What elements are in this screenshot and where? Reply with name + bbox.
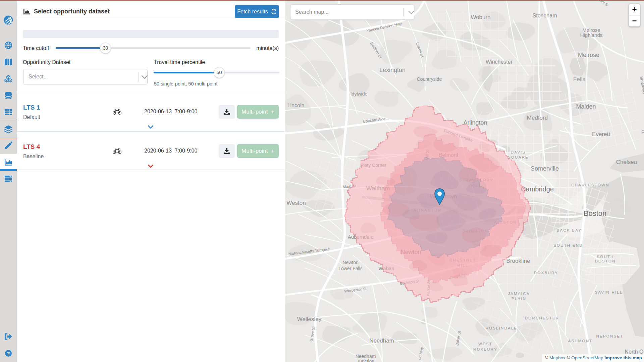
svg-text:Highlands: Highlands: [580, 32, 603, 38]
svg-text:DORCHESTER: DORCHESTER: [525, 316, 559, 320]
svg-text:DAVIS: DAVIS: [511, 150, 526, 154]
svg-text:Brookline: Brookline: [506, 258, 530, 264]
svg-text:Malden: Malden: [576, 103, 596, 110]
svg-text:Idylwide: Idylwide: [351, 91, 368, 97]
svg-text:Newton: Newton: [342, 260, 358, 265]
svg-text:BOSTON: BOSTON: [595, 259, 616, 263]
svg-text:Lexington: Lexington: [379, 67, 406, 73]
svg-text:PLAIN: PLAIN: [512, 297, 526, 301]
svg-text:Junction: Junction: [357, 359, 374, 362]
svg-text:Wellesley: Wellesley: [297, 316, 322, 322]
svg-text:Lower Falls: Lower Falls: [338, 266, 363, 271]
svg-text:Weston: Weston: [286, 200, 306, 206]
svg-text:Boston: Boston: [584, 209, 607, 218]
svg-text:BACK BAY: BACK BAY: [557, 228, 582, 232]
svg-text:JAMAICA: JAMAICA: [508, 292, 530, 296]
svg-text:NEPONSET: NEPONSET: [596, 334, 624, 338]
svg-text:Fells: Fells: [573, 76, 585, 82]
svg-text:Cambridge: Cambridge: [521, 185, 554, 193]
svg-text:Somerville: Somerville: [531, 165, 559, 172]
svg-text:Melrose: Melrose: [578, 52, 599, 58]
svg-text:North Qu: North Qu: [625, 349, 644, 355]
svg-text:Needham: Needham: [369, 338, 394, 344]
svg-text:?: ?: [7, 351, 10, 356]
svg-text:SAVIN HILL: SAVIN HILL: [595, 290, 623, 294]
svg-text:R: R: [641, 129, 644, 135]
svg-text:SOUTH: SOUTH: [597, 255, 614, 259]
svg-text:Everett: Everett: [592, 131, 610, 137]
svg-text:Needham: Needham: [356, 354, 376, 359]
svg-text:Lincoln: Lincoln: [287, 103, 305, 108]
svg-text:SOUTH END: SOUTH END: [553, 243, 583, 247]
svg-text:Stoneham: Stoneham: [533, 13, 557, 18]
svg-text:ROXBURY: ROXBURY: [534, 271, 558, 275]
svg-text:CHARLESTOWN: CHARLESTOWN: [571, 183, 609, 187]
svg-text:WEST: WEST: [478, 342, 492, 346]
svg-text:Winchester: Winchester: [486, 59, 513, 65]
svg-text:Medford: Medford: [527, 115, 548, 121]
svg-text:SQUARE: SQUARE: [508, 155, 529, 159]
svg-text:Countryside: Countryside: [417, 76, 442, 82]
svg-text:Woburn: Woburn: [471, 14, 490, 20]
svg-text:ROXBURY: ROXBURY: [473, 347, 497, 351]
svg-text:Chelsea: Chelsea: [616, 159, 637, 165]
svg-text:ROSLINDALE: ROSLINDALE: [486, 326, 518, 330]
svg-text:ASHMONT: ASHMONT: [568, 339, 593, 343]
